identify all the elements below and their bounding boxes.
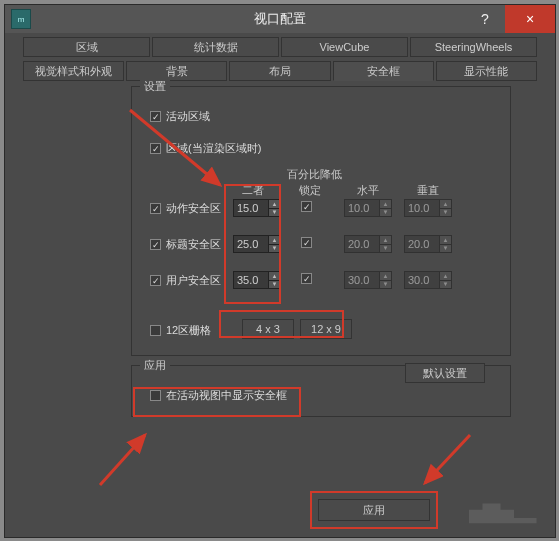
apply-group-title: 应用 — [140, 358, 170, 373]
chevron-down-icon[interactable]: ▼ — [379, 280, 391, 289]
spinner-action-both[interactable]: ▲▼ — [233, 199, 281, 217]
app-icon: m — [11, 9, 31, 29]
help-button[interactable]: ? — [465, 5, 505, 33]
col-both: 二者 — [242, 183, 264, 198]
check-label: 标题安全区 — [166, 237, 221, 252]
chevron-up-icon[interactable]: ▲ — [379, 272, 391, 280]
col-lock: 锁定 — [299, 183, 321, 198]
watermark — [451, 487, 541, 529]
chevron-up-icon[interactable]: ▲ — [439, 236, 451, 244]
checkbox-icon: ✓ — [301, 273, 312, 284]
tab-safe-frame[interactable]: 安全框 — [333, 61, 434, 81]
btn-4x3[interactable]: 4 x 3 — [242, 319, 294, 339]
checkbox-icon: ✓ — [150, 239, 161, 250]
chevron-down-icon[interactable]: ▼ — [268, 244, 280, 253]
tab-background[interactable]: 背景 — [126, 61, 227, 81]
chevron-up-icon[interactable]: ▲ — [268, 272, 280, 280]
spinner-user-h[interactable]: ▲▼ — [344, 271, 392, 289]
check-12-grid[interactable]: 12区栅格 — [150, 323, 211, 338]
check-show-safe-in-active[interactable]: 在活动视图中显示安全框 — [150, 388, 287, 403]
chevron-up-icon[interactable]: ▲ — [439, 200, 451, 208]
percent-reduce-title: 百分比降低 — [287, 167, 342, 182]
chevron-up-icon[interactable]: ▲ — [268, 200, 280, 208]
chevron-down-icon[interactable]: ▼ — [439, 244, 451, 253]
check-label: 用户安全区 — [166, 273, 221, 288]
spinner-title-both[interactable]: ▲▼ — [233, 235, 281, 253]
checkbox-icon: ✓ — [150, 111, 161, 122]
settings-group: 设置 ✓ 活动区域 ✓ 区域(当渲染区域时) 百分比降低 二者 锁定 水平 垂直… — [131, 86, 511, 356]
tabs-row-1: 区域 统计数据 ViewCube SteeringWheels — [5, 33, 555, 57]
spinner-input[interactable] — [405, 236, 439, 252]
tab-viewcube[interactable]: ViewCube — [281, 37, 408, 57]
chevron-down-icon[interactable]: ▼ — [439, 208, 451, 217]
check-active-region[interactable]: ✓ 活动区域 — [150, 109, 210, 124]
check-label: 区域(当渲染区域时) — [166, 141, 261, 156]
check-label: 动作安全区 — [166, 201, 221, 216]
checkbox-icon: ✓ — [150, 275, 161, 286]
spinner-input[interactable] — [345, 272, 379, 288]
check-user-safe[interactable]: ✓ 用户安全区 — [150, 273, 221, 288]
checkbox-icon: ✓ — [150, 143, 161, 154]
check-action-safe[interactable]: ✓ 动作安全区 — [150, 201, 221, 216]
spinner-input[interactable] — [234, 272, 268, 288]
tab-steeringwheels[interactable]: SteeringWheels — [410, 37, 537, 57]
tabs-row-2: 视觉样式和外观 背景 布局 安全框 显示性能 — [5, 57, 555, 81]
spinner-title-v[interactable]: ▲▼ — [404, 235, 452, 253]
checkbox-icon — [150, 390, 161, 401]
btn-default-settings[interactable]: 默认设置 — [405, 363, 485, 383]
chevron-up-icon[interactable]: ▲ — [379, 236, 391, 244]
checkbox-icon: ✓ — [301, 237, 312, 248]
tab-region[interactable]: 区域 — [23, 37, 150, 57]
chevron-down-icon[interactable]: ▼ — [268, 280, 280, 289]
tab-layout[interactable]: 布局 — [229, 61, 330, 81]
spinner-input[interactable] — [234, 200, 268, 216]
check-label: 在活动视图中显示安全框 — [166, 388, 287, 403]
spinner-input[interactable] — [405, 272, 439, 288]
check-label: 活动区域 — [166, 109, 210, 124]
chevron-down-icon[interactable]: ▼ — [268, 208, 280, 217]
btn-apply[interactable]: 应用 — [318, 499, 430, 521]
chevron-up-icon[interactable]: ▲ — [379, 200, 391, 208]
chevron-down-icon[interactable]: ▼ — [439, 280, 451, 289]
spinner-input[interactable] — [345, 200, 379, 216]
col-horizontal: 水平 — [357, 183, 379, 198]
chevron-down-icon[interactable]: ▼ — [379, 208, 391, 217]
check-title-safe[interactable]: ✓ 标题安全区 — [150, 237, 221, 252]
chevron-down-icon[interactable]: ▼ — [379, 244, 391, 253]
spinner-title-h[interactable]: ▲▼ — [344, 235, 392, 253]
spinner-input[interactable] — [405, 200, 439, 216]
check-action-lock[interactable]: ✓ — [301, 201, 312, 212]
check-region-when-rendering[interactable]: ✓ 区域(当渲染区域时) — [150, 141, 261, 156]
tab-display-performance[interactable]: 显示性能 — [436, 61, 537, 81]
tab-visual-style[interactable]: 视觉样式和外观 — [23, 61, 124, 81]
apply-group: 应用 在活动视图中显示安全框 默认设置 — [131, 365, 511, 417]
chevron-up-icon[interactable]: ▲ — [268, 236, 280, 244]
check-label: 12区栅格 — [166, 323, 211, 338]
spinner-user-both[interactable]: ▲▼ — [233, 271, 281, 289]
btn-12x9[interactable]: 12 x 9 — [300, 319, 352, 339]
spinner-action-h[interactable]: ▲▼ — [344, 199, 392, 217]
close-button[interactable]: × — [505, 5, 555, 33]
spinner-user-v[interactable]: ▲▼ — [404, 271, 452, 289]
settings-group-title: 设置 — [140, 79, 170, 94]
col-vertical: 垂直 — [417, 183, 439, 198]
checkbox-icon: ✓ — [301, 201, 312, 212]
chevron-up-icon[interactable]: ▲ — [439, 272, 451, 280]
checkbox-icon — [150, 325, 161, 336]
spinner-action-v[interactable]: ▲▼ — [404, 199, 452, 217]
spinner-input[interactable] — [345, 236, 379, 252]
tab-statistics[interactable]: 统计数据 — [152, 37, 279, 57]
checkbox-icon: ✓ — [150, 203, 161, 214]
check-user-lock[interactable]: ✓ — [301, 273, 312, 284]
spinner-input[interactable] — [234, 236, 268, 252]
window-title: 视口配置 — [254, 10, 306, 28]
titlebar: m 视口配置 ? × — [5, 5, 555, 33]
check-title-lock[interactable]: ✓ — [301, 237, 312, 248]
